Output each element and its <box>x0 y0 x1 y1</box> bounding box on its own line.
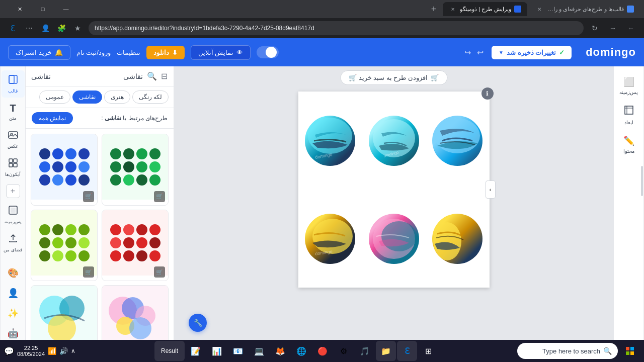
taskbar-explorer[interactable]: 📁 <box>376 341 396 361</box>
address-bar: ← → ↻ ★ 🧩 👤 ⋯ Ɛ <box>0 18 644 38</box>
cart-icon-3[interactable]: 🛒 <box>154 266 165 278</box>
fr-item-upload[interactable]: فضای من <box>2 229 25 256</box>
download-button[interactable]: ⬇ دانلود <box>146 46 185 59</box>
taskbar-app-4[interactable]: ⚙ <box>334 341 354 361</box>
tab-2[interactable]: ویرایش طرح | ذومینگو ✕ <box>443 2 527 16</box>
new-tab-button[interactable]: + <box>427 2 441 16</box>
redo-button[interactable]: ↪ <box>462 46 473 59</box>
ai-icon: 🤖 <box>8 328 19 339</box>
taskbar-app-6[interactable]: 🌐 <box>291 341 311 361</box>
panel-collapse-button[interactable]: › <box>486 180 496 199</box>
person-icon: 👤 <box>8 288 19 299</box>
fr-item-background[interactable]: پس‌زمینه <box>2 201 25 228</box>
taskbar-app-11[interactable]: 📝 <box>186 341 206 361</box>
sidebar-item-background[interactable]: ⬜ پس‌زمینه <box>616 72 642 99</box>
forward-button[interactable]: → <box>606 21 620 35</box>
profile-icon[interactable]: 👤 <box>38 21 52 35</box>
fr-item-paint[interactable]: 🎨 <box>2 263 25 283</box>
canvas-content: domingo domingo <box>298 92 490 288</box>
cat-tab-color[interactable]: لکه رنگی <box>132 90 169 104</box>
taskbar-volume-icon[interactable]: 🔊 <box>59 347 68 355</box>
circle-item-2: domingo <box>362 92 426 190</box>
reload-button[interactable]: ↻ <box>588 21 602 35</box>
fr-item-magic[interactable]: ✨ <box>2 304 25 323</box>
add-to-cart-button[interactable]: 🛒 افزودن طرح به سبد خرید 🛒 <box>340 70 447 85</box>
sidebar-item-dimensions[interactable]: ابعاد <box>616 101 642 129</box>
cart-icon-1[interactable]: 🛒 <box>154 191 165 202</box>
close-button[interactable]: ✕ <box>8 0 31 18</box>
cat-tab-general[interactable]: هنری <box>104 90 130 104</box>
info-button[interactable]: ℹ <box>481 87 494 100</box>
svg-rect-30 <box>11 208 16 213</box>
taskbar-notification-icon[interactable]: 💬 <box>4 346 14 356</box>
taskview-button[interactable]: ⊞ <box>418 341 438 361</box>
canvas-area: 🛒 افزودن طرح به سبد خرید 🛒 ℹ <box>174 66 614 362</box>
search-input[interactable] <box>55 72 143 80</box>
taskbar-app-3[interactable]: 🎵 <box>355 341 375 361</box>
more-icon[interactable]: ⋯ <box>22 21 36 35</box>
theme-toggle[interactable] <box>257 46 279 58</box>
add-button[interactable]: + <box>6 184 20 198</box>
maximize-button[interactable]: □ <box>31 0 54 18</box>
photo-label: عکس <box>8 144 18 149</box>
right-panel: ⊟ 🔍 نقاشی لکه رنگی هنری نقاشی عمومی <box>25 66 174 362</box>
taskbar-search[interactable]: 🔍 Type here to search <box>517 343 618 359</box>
svg-rect-22 <box>9 75 14 83</box>
icons-icon <box>8 158 18 170</box>
filter-icon[interactable]: ⊟ <box>161 71 168 81</box>
text-label: متن <box>9 116 17 121</box>
fr-item-template[interactable]: قالب <box>2 70 25 98</box>
fr-item-photo[interactable]: عکس <box>2 126 25 153</box>
toggle-circle <box>266 47 277 58</box>
undo-button[interactable]: ↩ <box>475 46 486 59</box>
preview-button[interactable]: 👁 نمایش آنلاین <box>191 45 251 60</box>
taskbar-app-5[interactable]: 🔴 <box>312 341 333 361</box>
far-right-sidebar: قالب T متن عکس آیکون‌ها + <box>0 66 25 362</box>
buy-subscription-button[interactable]: 🔔 خرید اشتراک <box>8 45 70 60</box>
show-all-button[interactable]: نمایش همه <box>32 112 73 124</box>
tab-1-close[interactable]: ✕ <box>537 7 541 12</box>
category-tabs: لکه رنگی هنری نقاشی عمومی <box>26 86 174 108</box>
tab-1[interactable]: قالب‌ها و طرح‌های حرفه‌ای و رایگان ✕ <box>529 2 640 16</box>
settings-button[interactable]: تنظیمات <box>117 49 140 56</box>
taskbar-app-8[interactable]: 💻 <box>249 341 269 361</box>
taskbar-network-icon[interactable]: 📶 <box>48 347 56 355</box>
fr-item-person[interactable]: 👤 <box>2 284 25 303</box>
taskbar-app-9[interactable]: 📧 <box>228 341 248 361</box>
save-button[interactable]: ✓ تغییرات ذخیره شد ▼ <box>492 46 572 59</box>
login-button[interactable]: ورود/ثبت نام <box>76 49 111 56</box>
cat-tab-art[interactable]: عمومی <box>39 90 70 104</box>
cart-icon: 🛒 <box>431 74 439 81</box>
taskbar-edge[interactable]: Ɛ <box>397 341 417 361</box>
template-card-4[interactable]: 🛒 <box>31 210 98 282</box>
tab-2-close[interactable]: ✕ <box>451 7 455 12</box>
taskbar-app-result[interactable]: Result <box>154 341 185 361</box>
sidebar-item-content[interactable]: ✏️ محتوا <box>616 131 642 158</box>
start-button[interactable] <box>620 341 640 361</box>
template-card-1[interactable]: 🛒 <box>102 134 169 206</box>
extensions-icon[interactable]: 🧩 <box>54 21 68 35</box>
taskbar-time: 22:25 <box>17 345 45 351</box>
brush-stroke-3: domingo <box>305 116 355 166</box>
cart-icon-2[interactable]: 🛒 <box>83 191 94 202</box>
minimize-button[interactable]: — <box>54 0 77 18</box>
brush-stroke-2: domingo <box>369 116 419 166</box>
taskbar-datetime[interactable]: 22:25 08/05/2024 <box>17 345 45 357</box>
fr-item-text[interactable]: T متن <box>2 99 25 125</box>
cat-tab-paint[interactable]: نقاشی <box>72 90 102 104</box>
tab-2-label: ویرایش طرح | ذومینگو <box>460 6 511 13</box>
template-card-2[interactable]: 🛒 <box>31 134 98 206</box>
taskbar-up-icon[interactable]: ∧ <box>71 347 75 354</box>
circle-1 <box>432 116 482 166</box>
fr-item-icons[interactable]: آیکون‌ها <box>2 154 25 181</box>
search-label: نقاشی <box>31 72 51 80</box>
address-input[interactable] <box>89 21 584 35</box>
cart-icon-4[interactable]: 🛒 <box>83 266 94 278</box>
taskbar-app-7[interactable]: 🦊 <box>270 341 290 361</box>
back-button[interactable]: ← <box>624 21 638 35</box>
floating-action-button[interactable]: 🔧 <box>189 314 207 332</box>
brush-stroke-6: domingo <box>305 214 355 264</box>
bookmark-icon[interactable]: ★ <box>70 21 85 35</box>
taskbar-app-10[interactable]: 📊 <box>207 341 227 361</box>
template-card-3[interactable]: 🛒 <box>102 210 169 282</box>
